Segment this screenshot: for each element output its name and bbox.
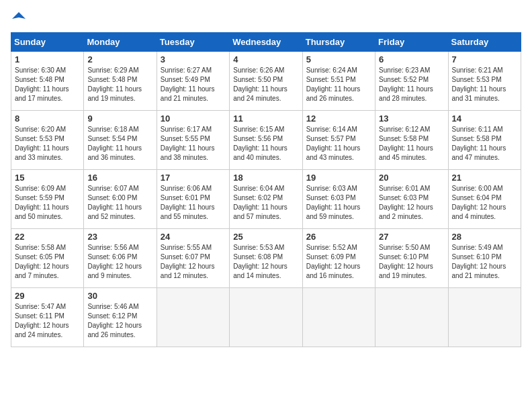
calendar-cell: 26 Sunrise: 5:52 AMSunset: 6:09 PMDaylig…	[302, 229, 375, 288]
calendar-cell: 20 Sunrise: 6:01 AMSunset: 6:03 PMDaylig…	[375, 170, 448, 229]
calendar-cell: 17 Sunrise: 6:06 AMSunset: 6:01 PMDaylig…	[157, 170, 229, 229]
day-number: 3	[161, 54, 226, 64]
day-info: Sunrise: 6:07 AMSunset: 6:00 PMDaylight:…	[87, 184, 152, 222]
calendar-cell: 22 Sunrise: 5:58 AMSunset: 6:05 PMDaylig…	[11, 229, 84, 288]
day-number: 25	[233, 232, 298, 242]
calendar-cell: 12 Sunrise: 6:14 AMSunset: 5:57 PMDaylig…	[302, 111, 375, 170]
col-header-thursday: Thursday	[302, 33, 375, 52]
day-info: Sunrise: 6:24 AMSunset: 5:51 PMDaylight:…	[306, 66, 371, 103]
day-info: Sunrise: 6:23 AMSunset: 5:52 PMDaylight:…	[379, 66, 444, 103]
day-number: 8	[15, 113, 80, 124]
calendar-cell: 2 Sunrise: 6:29 AMSunset: 5:48 PMDayligh…	[84, 52, 157, 111]
day-info: Sunrise: 6:30 AMSunset: 5:48 PMDaylight:…	[15, 66, 80, 103]
header	[11, 11, 521, 27]
calendar-cell: 23 Sunrise: 5:56 AMSunset: 6:06 PMDaylig…	[84, 229, 157, 288]
col-header-saturday: Saturday	[448, 33, 521, 52]
day-number: 13	[379, 113, 444, 124]
day-info: Sunrise: 5:52 AMSunset: 6:09 PMDaylight:…	[306, 243, 371, 281]
calendar-cell	[302, 288, 375, 347]
week-row-5: 29 Sunrise: 5:47 AMSunset: 6:11 PMDaylig…	[11, 288, 521, 347]
calendar-cell: 8 Sunrise: 6:20 AMSunset: 5:53 PMDayligh…	[11, 111, 84, 170]
day-number: 23	[87, 232, 152, 242]
day-number: 16	[87, 173, 152, 183]
day-number: 10	[161, 113, 226, 124]
day-info: Sunrise: 5:58 AMSunset: 6:05 PMDaylight:…	[15, 243, 80, 281]
day-number: 1	[15, 54, 80, 64]
calendar-cell: 21 Sunrise: 6:00 AMSunset: 6:04 PMDaylig…	[448, 170, 521, 229]
calendar-cell: 24 Sunrise: 5:55 AMSunset: 6:07 PMDaylig…	[157, 229, 229, 288]
day-number: 24	[161, 232, 226, 242]
day-info: Sunrise: 6:15 AMSunset: 5:56 PMDaylight:…	[233, 125, 298, 163]
calendar-cell: 14 Sunrise: 6:11 AMSunset: 5:58 PMDaylig…	[448, 111, 521, 170]
calendar-cell: 11 Sunrise: 6:15 AMSunset: 5:56 PMDaylig…	[230, 111, 302, 170]
calendar-cell: 6 Sunrise: 6:23 AMSunset: 5:52 PMDayligh…	[375, 52, 448, 111]
calendar-cell	[448, 288, 521, 347]
day-info: Sunrise: 6:00 AMSunset: 6:04 PMDaylight:…	[452, 184, 517, 222]
calendar-cell: 7 Sunrise: 6:21 AMSunset: 5:53 PMDayligh…	[448, 52, 521, 111]
day-info: Sunrise: 5:56 AMSunset: 6:06 PMDaylight:…	[87, 243, 152, 281]
calendar-cell	[230, 288, 302, 347]
logo	[11, 11, 30, 27]
day-info: Sunrise: 5:53 AMSunset: 6:08 PMDaylight:…	[233, 243, 298, 281]
day-info: Sunrise: 5:49 AMSunset: 6:10 PMDaylight:…	[452, 243, 517, 281]
calendar-cell: 30 Sunrise: 5:46 AMSunset: 6:12 PMDaylig…	[84, 288, 157, 347]
day-info: Sunrise: 6:01 AMSunset: 6:03 PMDaylight:…	[379, 184, 444, 222]
week-row-1: 1 Sunrise: 6:30 AMSunset: 5:48 PMDayligh…	[11, 52, 521, 111]
day-number: 20	[379, 173, 444, 183]
calendar-cell: 5 Sunrise: 6:24 AMSunset: 5:51 PMDayligh…	[302, 52, 375, 111]
day-info: Sunrise: 6:20 AMSunset: 5:53 PMDaylight:…	[15, 125, 80, 163]
header-row: SundayMondayTuesdayWednesdayThursdayFrid…	[11, 33, 521, 52]
calendar-cell: 4 Sunrise: 6:26 AMSunset: 5:50 PMDayligh…	[230, 52, 302, 111]
calendar-cell: 16 Sunrise: 6:07 AMSunset: 6:00 PMDaylig…	[84, 170, 157, 229]
day-info: Sunrise: 6:04 AMSunset: 6:02 PMDaylight:…	[233, 184, 298, 222]
day-number: 6	[379, 54, 444, 64]
day-info: Sunrise: 6:09 AMSunset: 5:59 PMDaylight:…	[15, 184, 80, 222]
calendar-cell: 15 Sunrise: 6:09 AMSunset: 5:59 PMDaylig…	[11, 170, 84, 229]
day-info: Sunrise: 6:21 AMSunset: 5:53 PMDaylight:…	[452, 66, 517, 103]
day-number: 30	[87, 291, 152, 301]
calendar-cell: 13 Sunrise: 6:12 AMSunset: 5:58 PMDaylig…	[375, 111, 448, 170]
day-number: 11	[233, 113, 298, 124]
day-number: 14	[452, 113, 517, 124]
day-number: 9	[87, 113, 152, 124]
day-number: 26	[306, 232, 371, 242]
calendar-cell: 29 Sunrise: 5:47 AMSunset: 6:11 PMDaylig…	[11, 288, 84, 347]
col-header-wednesday: Wednesday	[230, 33, 302, 52]
calendar-cell: 28 Sunrise: 5:49 AMSunset: 6:10 PMDaylig…	[448, 229, 521, 288]
day-number: 5	[306, 54, 371, 64]
week-row-2: 8 Sunrise: 6:20 AMSunset: 5:53 PMDayligh…	[11, 111, 521, 170]
day-info: Sunrise: 6:17 AMSunset: 5:55 PMDaylight:…	[161, 125, 226, 163]
day-info: Sunrise: 6:18 AMSunset: 5:54 PMDaylight:…	[87, 125, 152, 163]
day-info: Sunrise: 6:11 AMSunset: 5:58 PMDaylight:…	[452, 125, 517, 163]
svg-marker-0	[12, 12, 26, 19]
day-number: 17	[161, 173, 226, 183]
week-row-3: 15 Sunrise: 6:09 AMSunset: 5:59 PMDaylig…	[11, 170, 521, 229]
day-number: 4	[233, 54, 298, 64]
calendar-cell: 3 Sunrise: 6:27 AMSunset: 5:49 PMDayligh…	[157, 52, 229, 111]
day-number: 21	[452, 173, 517, 183]
calendar-table: SundayMondayTuesdayWednesdayThursdayFrid…	[11, 32, 521, 347]
col-header-monday: Monday	[84, 33, 157, 52]
calendar-cell: 25 Sunrise: 5:53 AMSunset: 6:08 PMDaylig…	[230, 229, 302, 288]
calendar-cell: 9 Sunrise: 6:18 AMSunset: 5:54 PMDayligh…	[84, 111, 157, 170]
week-row-4: 22 Sunrise: 5:58 AMSunset: 6:05 PMDaylig…	[11, 229, 521, 288]
day-info: Sunrise: 6:29 AMSunset: 5:48 PMDaylight:…	[87, 66, 152, 103]
calendar-cell: 19 Sunrise: 6:03 AMSunset: 6:03 PMDaylig…	[302, 170, 375, 229]
day-number: 29	[15, 291, 80, 301]
col-header-tuesday: Tuesday	[157, 33, 229, 52]
day-number: 22	[15, 232, 80, 242]
calendar-cell	[375, 288, 448, 347]
col-header-friday: Friday	[375, 33, 448, 52]
day-info: Sunrise: 5:50 AMSunset: 6:10 PMDaylight:…	[379, 243, 444, 281]
day-info: Sunrise: 5:46 AMSunset: 6:12 PMDaylight:…	[87, 302, 152, 340]
calendar-cell: 18 Sunrise: 6:04 AMSunset: 6:02 PMDaylig…	[230, 170, 302, 229]
day-number: 2	[87, 54, 152, 64]
day-number: 12	[306, 113, 371, 124]
day-info: Sunrise: 6:27 AMSunset: 5:49 PMDaylight:…	[161, 66, 226, 103]
day-number: 18	[233, 173, 298, 183]
day-info: Sunrise: 6:03 AMSunset: 6:03 PMDaylight:…	[306, 184, 371, 222]
day-info: Sunrise: 6:06 AMSunset: 6:01 PMDaylight:…	[161, 184, 226, 222]
day-number: 27	[379, 232, 444, 242]
calendar-cell: 1 Sunrise: 6:30 AMSunset: 5:48 PMDayligh…	[11, 52, 84, 111]
day-info: Sunrise: 5:47 AMSunset: 6:11 PMDaylight:…	[15, 302, 80, 340]
